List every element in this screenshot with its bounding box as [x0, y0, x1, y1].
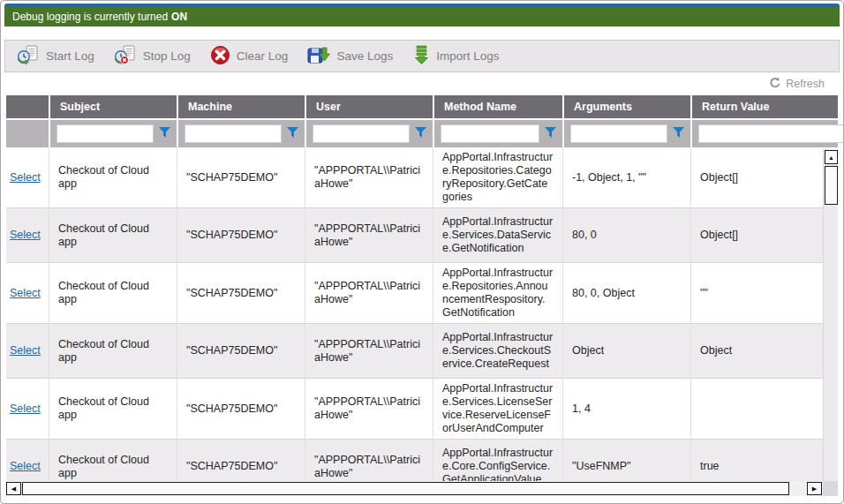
cell-select: Select	[6, 440, 49, 481]
cell-machine: "SCHAP75DEMO"	[177, 147, 305, 207]
filter-input-subject[interactable]	[57, 124, 154, 143]
vscroll-up-button[interactable]: ▲	[825, 150, 838, 164]
filter-input-arguments[interactable]	[570, 124, 667, 143]
toolbar: Start Log Stop Log	[4, 40, 840, 72]
cell-machine: "SCHAP75DEMO"	[177, 379, 305, 439]
table-row: Select Checkout of Cloud app "SCHAP75DEM…	[6, 379, 823, 440]
horizontal-scrollbar[interactable]: ◀ ▶	[6, 481, 838, 496]
funnel-icon	[159, 127, 170, 140]
cell-user: "APPPORTAL\\PatriciaHowe"	[305, 208, 433, 262]
select-link[interactable]: Select	[10, 344, 41, 357]
debug-log-window: Debug logging is currently turnedON Star…	[0, 0, 844, 504]
start-log-button[interactable]: Start Log	[9, 41, 106, 71]
cell-machine: "SCHAP75DEMO"	[177, 263, 305, 323]
cell-arguments: Object	[562, 324, 690, 378]
cell-return-value: Object	[690, 324, 823, 378]
vscroll-thumb[interactable]	[825, 166, 838, 205]
filter-funnel-button[interactable]	[545, 127, 556, 140]
save-logs-label: Save Logs	[336, 49, 393, 63]
table-row: Select Checkout of Cloud app "SCHAP75DEM…	[6, 208, 823, 263]
filter-cell	[177, 120, 305, 147]
filter-input-user[interactable]	[313, 124, 410, 143]
hscroll-left-button[interactable]: ◀	[6, 482, 21, 495]
filter-funnel-button[interactable]	[673, 127, 684, 140]
funnel-icon	[415, 127, 426, 140]
cell-subject: Checkout of Cloud app	[49, 440, 177, 481]
cell-subject: Checkout of Cloud app	[49, 208, 177, 262]
import-logs-label: Import Logs	[436, 49, 499, 63]
column-header-return-value: Return Value	[690, 95, 838, 118]
log-grid: Subject Machine User Method Name Argumen…	[6, 95, 838, 481]
cell-user: "APPPORTAL\\PatriciaHowe"	[305, 379, 433, 439]
filter-funnel-button[interactable]	[159, 127, 170, 140]
cell-subject: Checkout of Cloud app	[49, 147, 177, 207]
debug-status-banner: Debug logging is currently turnedON	[4, 7, 840, 26]
select-link[interactable]: Select	[10, 171, 41, 184]
filter-funnel-button[interactable]	[287, 127, 298, 140]
cell-select: Select	[6, 263, 49, 323]
refresh-button[interactable]: Refresh	[764, 76, 830, 93]
cell-return-value: ""	[690, 263, 823, 323]
select-link[interactable]: Select	[10, 460, 41, 473]
cell-return-value: true	[690, 440, 823, 481]
vertical-scrollbar[interactable]: ▲	[823, 149, 838, 481]
cell-return-value: Object[]	[690, 208, 823, 262]
filter-funnel-button[interactable]	[415, 127, 426, 140]
cell-user: "APPPORTAL\\PatriciaHowe"	[305, 440, 433, 481]
select-link[interactable]: Select	[10, 287, 41, 300]
grid-rows-viewport: Select Checkout of Cloud app "SCHAP75DEM…	[6, 147, 823, 481]
cell-subject: Checkout of Cloud app	[49, 379, 177, 439]
filter-input-return-value[interactable]	[698, 124, 844, 143]
banner-message: Debug logging is currently turned	[12, 11, 168, 23]
stop-log-button[interactable]: Stop Log	[106, 41, 202, 71]
filter-cell	[562, 120, 690, 147]
cell-arguments: 80, 0, Object	[562, 263, 690, 323]
stop-log-icon	[114, 45, 137, 68]
stop-log-label: Stop Log	[143, 49, 191, 63]
cell-arguments: "UseFNMP"	[562, 440, 690, 481]
start-log-icon	[17, 45, 40, 68]
column-header-machine: Machine	[177, 95, 305, 118]
filter-cell	[305, 120, 433, 147]
funnel-icon	[287, 127, 298, 140]
cell-arguments: -1, Object, 1, ""	[562, 147, 690, 207]
cell-user: "APPPORTAL\\PatriciaHowe"	[305, 147, 433, 207]
cell-subject: Checkout of Cloud app	[49, 324, 177, 378]
filter-cell	[433, 120, 562, 147]
hscroll-thumb[interactable]	[22, 482, 789, 495]
import-logs-icon	[412, 45, 430, 68]
cell-select: Select	[6, 147, 49, 207]
filter-cell-empty	[6, 120, 49, 147]
table-row: Select Checkout of Cloud app "SCHAP75DEM…	[6, 440, 823, 481]
cell-machine: "SCHAP75DEMO"	[177, 324, 305, 378]
table-row: Select Checkout of Cloud app "SCHAP75DEM…	[6, 324, 823, 379]
grid-header-row: Subject Machine User Method Name Argumen…	[6, 95, 838, 118]
column-header-arguments: Arguments	[562, 95, 690, 118]
cell-arguments: 1, 4	[562, 379, 690, 439]
column-header-method-name: Method Name	[433, 95, 562, 118]
cell-return-value	[690, 379, 823, 439]
cell-return-value: Object[]	[690, 147, 823, 207]
clear-log-icon	[210, 45, 230, 68]
save-logs-button[interactable]: Save Logs	[299, 41, 404, 71]
hscroll-right-button[interactable]: ▶	[807, 482, 822, 495]
filter-input-method-name[interactable]	[441, 124, 539, 143]
filter-cell	[690, 120, 844, 147]
import-logs-button[interactable]: Import Logs	[404, 41, 510, 71]
cell-method-name: AppPortal.Infrastructure.Services.Checko…	[433, 324, 562, 378]
cell-arguments: 80, 0	[562, 208, 690, 262]
banner-status: ON	[171, 11, 187, 23]
select-link[interactable]: Select	[10, 402, 41, 416]
filter-input-machine[interactable]	[185, 124, 282, 143]
cell-user: "APPPORTAL\\PatriciaHowe"	[305, 324, 433, 378]
refresh-icon	[769, 77, 781, 92]
select-link[interactable]: Select	[10, 229, 41, 242]
cell-select: Select	[6, 379, 49, 439]
cell-machine: "SCHAP75DEMO"	[177, 440, 305, 481]
column-header-subject: Subject	[49, 95, 177, 118]
cell-select: Select	[6, 324, 49, 378]
save-logs-icon	[307, 45, 330, 68]
table-row: Select Checkout of Cloud app "SCHAP75DEM…	[6, 263, 823, 324]
table-row: Select Checkout of Cloud app "SCHAP75DEM…	[6, 147, 823, 208]
clear-log-button[interactable]: Clear Log	[202, 41, 300, 71]
